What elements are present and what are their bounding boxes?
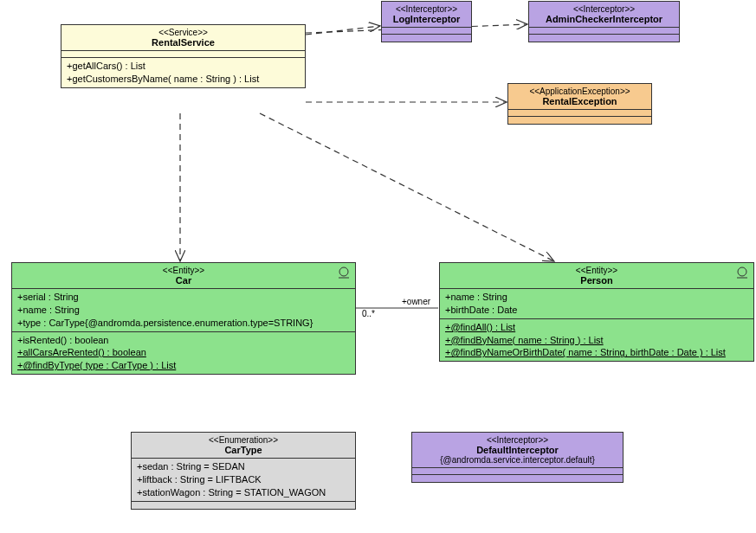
op-row: +isRented() : boolean — [17, 334, 350, 347]
op-row: +@findByType( type : CarType ) : List — [17, 359, 350, 372]
ops-section: +getAllCars() : List +getCustomersByName… — [61, 58, 305, 87]
class-admincheckerinterceptor: <<Interceptor>> AdminCheckerInterceptor — [528, 1, 680, 42]
class-name: AdminCheckerInterceptor — [534, 14, 674, 24]
attr-section — [412, 468, 623, 475]
stereotype-label: <<Interceptor>> — [417, 435, 617, 445]
op-row: +allCarsAreRented() : boolean — [17, 346, 350, 359]
stereotype-label: <<Interceptor>> — [387, 4, 466, 14]
class-header: <<Entity>> Person — [440, 263, 753, 289]
ops-section — [412, 475, 623, 482]
stereotype-label: <<Enumeration>> — [137, 435, 350, 445]
attr-row: +serial : String — [17, 291, 350, 304]
class-name: RentalService — [67, 37, 300, 48]
class-loginterceptor: <<Interceptor>> LogInterceptor — [381, 1, 472, 42]
class-name: Car — [17, 275, 350, 286]
attr-section — [61, 51, 305, 58]
entity-icon — [338, 266, 350, 279]
class-cartype: <<Enumeration>> CarType +sedan : String … — [131, 432, 356, 510]
attr-row: +name : String — [17, 304, 350, 317]
attr-row: +birthDate : Date — [445, 304, 748, 317]
ops-section: +@findAll() : List +@findByName( name : … — [440, 319, 753, 362]
dep-service-person — [260, 113, 554, 261]
class-header: <<Interceptor>> AdminCheckerInterceptor — [529, 2, 679, 28]
class-header: <<Interceptor>> DefaultInterceptor {@and… — [412, 433, 623, 468]
assoc-mult-label: 0..* — [362, 309, 375, 318]
ops-section — [382, 35, 471, 42]
op-row: +getCustomersByName( name : String ) : L… — [67, 73, 300, 86]
dep-service-loginterceptor — [306, 26, 380, 35]
class-header: <<Entity>> Car — [12, 263, 355, 289]
class-name: DefaultInterceptor — [417, 445, 617, 455]
op-row: +@findAll() : List — [445, 321, 748, 334]
class-name: RentalException — [514, 96, 646, 106]
class-person: <<Entity>> Person +name : String +birthD… — [439, 262, 754, 362]
class-car: <<Entity>> Car +serial : String +name : … — [11, 262, 356, 375]
constraint-label: {@andromda.service.interceptor.default} — [417, 455, 617, 465]
class-header: <<Enumeration>> CarType — [132, 433, 355, 459]
op-row: +@findByName( name : String ) : List — [445, 334, 748, 347]
attr-row: +liftback : String = LIFTBACK — [137, 473, 350, 486]
ops-section — [132, 502, 355, 509]
attr-section: +sedan : String = SEDAN +liftback : Stri… — [132, 459, 355, 502]
attr-row: +sedan : String = SEDAN — [137, 460, 350, 473]
entity-icon — [736, 266, 748, 279]
attr-section: +name : String +birthDate : Date — [440, 289, 753, 319]
stereotype-label: <<ApplicationException>> — [514, 87, 646, 96]
class-name: Person — [445, 275, 748, 286]
stereotype-label: <<Interceptor>> — [534, 4, 674, 14]
op-row: +@findByNameOrBirthDate( name : String, … — [445, 346, 748, 359]
attr-section: +serial : String +name : String +type : … — [12, 289, 355, 332]
stereotype-label: <<Entity>> — [17, 266, 350, 275]
attr-section — [382, 28, 471, 35]
stereotype-label: <<Entity>> — [445, 266, 748, 275]
attr-row: +type : CarType{@andromda.persistence.en… — [17, 317, 350, 330]
class-header: <<ApplicationException>> RentalException — [508, 84, 651, 110]
class-name: LogInterceptor — [387, 14, 466, 24]
stereotype-label: <<Service>> — [67, 28, 300, 37]
class-header: <<Service>> RentalService — [61, 25, 305, 51]
attr-section — [508, 110, 651, 117]
assoc-owner-label: +owner — [402, 297, 430, 306]
ops-section: +isRented() : boolean +allCarsAreRented(… — [12, 332, 355, 375]
ops-section — [529, 35, 679, 42]
attr-row: +stationWagon : String = STATION_WAGON — [137, 486, 350, 499]
class-rentalexception: <<ApplicationException>> RentalException — [507, 83, 652, 125]
class-defaultinterceptor: <<Interceptor>> DefaultInterceptor {@and… — [411, 432, 624, 483]
svg-point-2 — [738, 267, 746, 276]
svg-point-0 — [339, 267, 348, 276]
class-header: <<Interceptor>> LogInterceptor — [382, 2, 471, 28]
op-row: +getAllCars() : List — [67, 60, 300, 73]
class-name: CarType — [137, 445, 350, 455]
ops-section — [508, 117, 651, 124]
attr-section — [529, 28, 679, 35]
class-rentalservice: <<Service>> RentalService +getAllCars() … — [61, 24, 306, 88]
attr-row: +name : String — [445, 291, 748, 304]
